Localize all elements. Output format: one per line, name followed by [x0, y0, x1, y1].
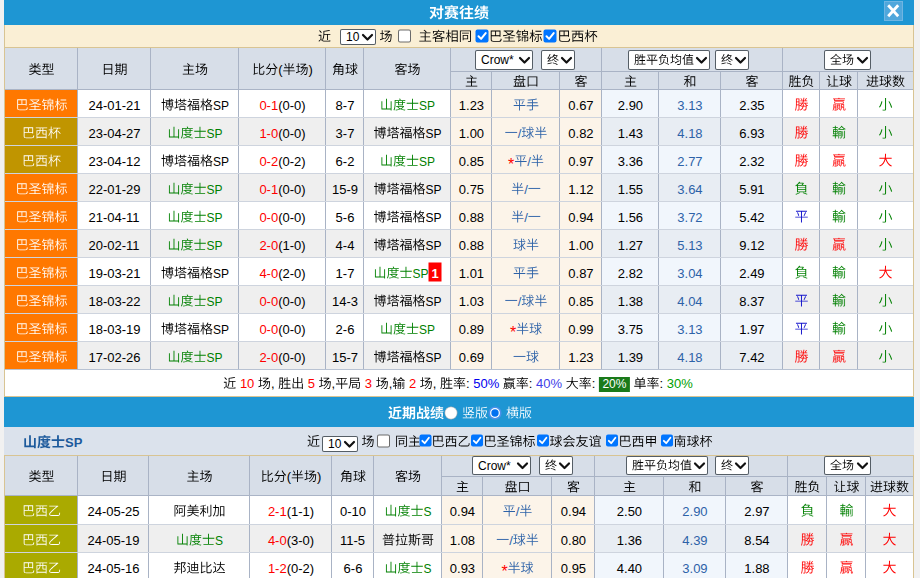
svg-text:0-1: 0-1 — [259, 182, 278, 197]
svg-text:Crow*: Crow* — [481, 53, 514, 67]
svg-text:SP: SP — [207, 183, 223, 197]
svg-text:21-04-11: 21-04-11 — [89, 210, 140, 225]
svg-text:SP: SP — [419, 323, 435, 337]
svg-text:1-2: 1-2 — [268, 561, 287, 576]
svg-text:3.09: 3.09 — [682, 561, 707, 576]
svg-text:4.40: 4.40 — [617, 561, 642, 576]
svg-text:(0-2): (0-2) — [278, 154, 305, 169]
svg-text:23-04-27: 23-04-27 — [89, 126, 141, 141]
svg-text:0.95: 0.95 — [561, 561, 586, 576]
svg-text:2.82: 2.82 — [618, 266, 643, 281]
svg-text:/: / — [527, 154, 531, 169]
svg-text:1.97: 1.97 — [739, 322, 764, 337]
svg-text:SP: SP — [213, 99, 229, 113]
svg-text:SP: SP — [207, 295, 223, 309]
svg-text:6-6: 6-6 — [344, 561, 363, 576]
svg-text:SP: SP — [207, 351, 223, 365]
svg-text:50%: 50% — [473, 376, 499, 391]
svg-text:,: , — [271, 376, 278, 391]
svg-text:(: ( — [278, 62, 283, 77]
svg-text:4.18: 4.18 — [677, 126, 702, 141]
svg-text:0.67: 0.67 — [568, 98, 593, 113]
svg-text:0-0: 0-0 — [259, 322, 278, 337]
svg-text:2.50: 2.50 — [617, 504, 642, 519]
svg-text:SP: SP — [65, 435, 83, 450]
svg-text:SP: SP — [413, 267, 429, 281]
svg-text:2.49: 2.49 — [739, 266, 764, 281]
svg-text:S: S — [424, 505, 432, 519]
svg-text:2.35: 2.35 — [739, 98, 764, 113]
svg-text:(1-1): (1-1) — [287, 504, 314, 519]
svg-text:/: / — [518, 294, 522, 309]
svg-text:SP: SP — [213, 267, 229, 281]
svg-text:15-7: 15-7 — [332, 350, 358, 365]
svg-text:(0-0): (0-0) — [278, 126, 305, 141]
svg-text:10: 10 — [240, 376, 254, 391]
svg-text:/: / — [518, 126, 522, 141]
svg-text:SP: SP — [213, 323, 229, 337]
svg-text:(0-0): (0-0) — [278, 350, 305, 365]
svg-text:24-05-19: 24-05-19 — [88, 533, 140, 548]
svg-text:(0-0): (0-0) — [278, 210, 305, 225]
svg-text:0-2: 0-2 — [259, 154, 278, 169]
svg-text:,: , — [433, 376, 440, 391]
svg-text:3-7: 3-7 — [336, 126, 355, 141]
svg-text:(0-0): (0-0) — [278, 294, 305, 309]
svg-text:1.23: 1.23 — [568, 350, 593, 365]
svg-text:SP: SP — [207, 127, 223, 141]
svg-text:(0-0): (0-0) — [278, 322, 305, 337]
svg-text:2-0: 2-0 — [259, 238, 278, 253]
svg-text:0-0: 0-0 — [259, 294, 278, 309]
svg-text:10: 10 — [328, 437, 342, 451]
svg-text:Crow*: Crow* — [478, 459, 511, 473]
svg-text:4-0: 4-0 — [268, 533, 287, 548]
svg-text:SP: SP — [213, 155, 229, 169]
svg-text:5.42: 5.42 — [739, 210, 764, 225]
svg-text:SP: SP — [207, 211, 223, 225]
svg-text:0.93: 0.93 — [450, 561, 475, 576]
svg-text:0.80: 0.80 — [561, 533, 586, 548]
svg-text:*: * — [501, 563, 507, 578]
svg-text:0.99: 0.99 — [568, 322, 593, 337]
svg-text:SP: SP — [426, 351, 442, 365]
svg-text:0.94: 0.94 — [561, 504, 586, 519]
svg-text:24-05-25: 24-05-25 — [88, 504, 140, 519]
svg-text:1.56: 1.56 — [618, 210, 643, 225]
svg-text:4.39: 4.39 — [682, 533, 707, 548]
svg-text:0.88: 0.88 — [459, 210, 484, 225]
svg-text:0-1: 0-1 — [259, 98, 278, 113]
svg-text::: : — [466, 376, 473, 391]
svg-text:(0-0): (0-0) — [278, 182, 305, 197]
svg-text:1-7: 1-7 — [336, 266, 355, 281]
svg-text:19-03-21: 19-03-21 — [89, 266, 141, 281]
svg-text:0.75: 0.75 — [459, 182, 484, 197]
svg-text:SP: SP — [426, 239, 442, 253]
svg-text:1.55: 1.55 — [618, 182, 643, 197]
svg-text:(1-0): (1-0) — [278, 238, 305, 253]
svg-text:4-0: 4-0 — [259, 266, 278, 281]
svg-text:*: * — [510, 324, 516, 341]
svg-text:2-0: 2-0 — [259, 350, 278, 365]
svg-text:*: * — [508, 156, 514, 173]
svg-text:0.69: 0.69 — [459, 350, 484, 365]
svg-text:/: / — [524, 210, 528, 225]
svg-text:10: 10 — [346, 30, 360, 44]
svg-text:1.08: 1.08 — [450, 533, 475, 548]
svg-text:0-10: 0-10 — [340, 504, 366, 519]
svg-text:/: / — [524, 182, 528, 197]
svg-text:1.23: 1.23 — [459, 98, 484, 113]
svg-text:2-6: 2-6 — [336, 322, 355, 337]
svg-text:2.77: 2.77 — [677, 154, 702, 169]
svg-text:8-7: 8-7 — [336, 98, 355, 113]
svg-text:SP: SP — [426, 295, 442, 309]
svg-text:1: 1 — [431, 266, 438, 281]
svg-text:3.04: 3.04 — [677, 266, 702, 281]
svg-text:11-5: 11-5 — [340, 533, 365, 548]
svg-text:2.97: 2.97 — [744, 504, 769, 519]
svg-text:0.94: 0.94 — [568, 210, 593, 225]
svg-text:7.42: 7.42 — [739, 350, 764, 365]
svg-text:1.03: 1.03 — [459, 294, 484, 309]
svg-text:1.36: 1.36 — [617, 533, 642, 548]
svg-text:(0-0): (0-0) — [278, 98, 305, 113]
svg-text:3: 3 — [365, 376, 372, 391]
